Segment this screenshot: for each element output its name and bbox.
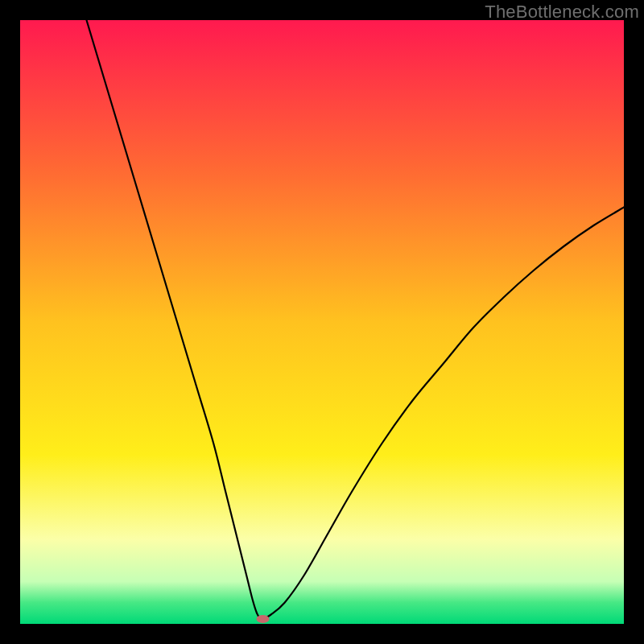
optimum-point-marker: [257, 615, 270, 623]
bottleneck-chart-svg: [20, 20, 624, 624]
chart-frame: TheBottleneck.com: [0, 0, 644, 644]
chart-background: [20, 20, 624, 624]
plot-area: [20, 20, 624, 624]
